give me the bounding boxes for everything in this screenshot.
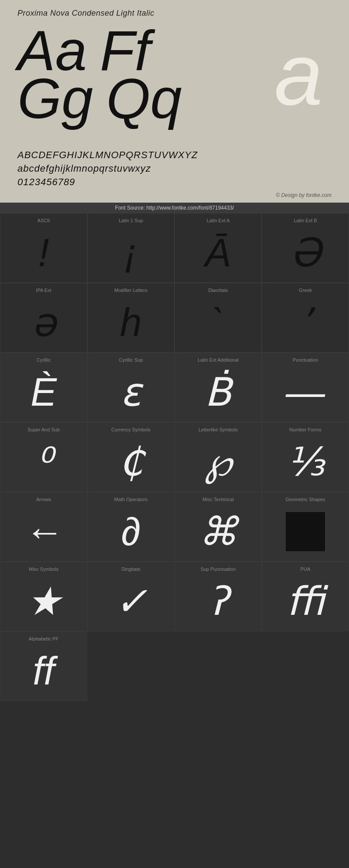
char-glyph: Ḃ [205,365,232,420]
char-glyph: Ā [205,225,231,280]
char-label: Number Forms [267,427,344,432]
char-label: Letterlike Symbols [179,427,257,432]
char-cell-ipa-ext: IPA Extə [0,283,87,353]
char-label: Latin Ext B [267,218,344,223]
char-label: Latin Ext Additional [179,357,257,363]
char-glyph: ﬃ [287,574,325,629]
char-glyph: ★ [26,574,62,629]
char-label: Dingbats [92,566,170,572]
char-glyph: Ə [290,225,321,280]
char-label: Cyrillic [5,357,82,363]
char-label: Alphabetic PF [5,636,82,641]
char-glyph: — [286,365,325,420]
char-glyph: ⌘ [198,504,238,559]
char-glyph: h [120,295,142,350]
char-label: ASCII [5,218,82,223]
char-label: Modifier Letters [92,288,170,293]
char-label: Latin Ext A [179,218,257,223]
char-glyph: ← [24,504,63,559]
char-label: Misc Symbols [5,566,82,572]
char-cell-arrows: Arrows← [0,492,87,562]
char-label: PUA [267,566,344,572]
char-cell-latin-ext-b: Latin Ext BƏ [262,213,349,283]
char-glyph [286,504,325,559]
char-glyph: ₵ [119,434,144,489]
black-square-icon [286,512,325,551]
char-glyph: ∂ [121,504,140,559]
char-glyph: ! [38,225,49,280]
char-cell-cyrillic-sup: Cyrillic Supɛ [87,353,174,422]
char-glyph: ə [32,295,56,350]
character-grid: ASCII!Latin 1 Sup¡Latin Ext AĀLatin Ext … [0,213,349,701]
char-glyph: ʔ [208,574,228,629]
char-cell-letterlike-symbols: Letterlike Symbols℘ [174,422,262,492]
char-cell-cyrillic: CyrillicÈ [0,353,87,422]
char-label: Cyrillic Sup [92,357,170,363]
char-glyph: ⁰ [36,434,51,489]
char-label: Misc Technical [179,497,257,502]
char-cell-ascii: ASCII! [0,213,87,283]
char-cell-geometric-shapes: Geometric Shapes [262,492,349,562]
char-glyph: È [31,365,57,420]
char-cell-pua: PUAﬃ [262,562,349,631]
char-label: Math Operators [92,497,170,502]
char-glyph: ɛ [120,365,142,420]
alphabet-lower: abcdefghijklmnopqrstuvwxyz [17,162,332,176]
char-cell-latin-1-sup: Latin 1 Sup¡ [87,213,174,283]
char-label: Arrows [5,497,82,502]
char-cell-sup-punctuation: Sup Punctuationʔ [174,562,262,631]
char-label: Super And Sub [5,427,82,432]
alphabet-upper: ABCDEFGHIJKLMNOPQRSTUVWXYZ [17,149,332,162]
font-title: Proxima Nova Condensed Light Italic [17,9,332,18]
char-cell-diacritals: Diacritals` [174,283,262,353]
char-cell-currency-symbols: Currency Symbols₵ [87,422,174,492]
letter-qq: Qq [106,70,181,127]
char-cell-number-forms: Number Forms⅓ [262,422,349,492]
char-cell-punctuation: Punctuation— [262,353,349,422]
char-cell-math-operators: Math Operators∂ [87,492,174,562]
char-glyph: ¡ [124,225,137,280]
char-label: Currency Symbols [92,427,170,432]
char-glyph: ✓ [115,574,147,629]
char-label: Greek [267,288,344,293]
source-bar: Font Source: http://www.fontke.com/font/… [0,203,349,213]
char-cell-latin-ext-additional: Latin Ext AdditionalḂ [174,353,262,422]
digits: 0123456789 [17,176,332,189]
preview-area: Proxima Nova Condensed Light Italic Aa F… [0,0,349,203]
char-label: Geometric Shapes [267,497,344,502]
char-glyph: ʼ [299,295,312,350]
letter-gg: Gg [17,70,93,127]
char-cell-latin-ext-a: Latin Ext AĀ [174,213,262,283]
char-label: Sup Punctuation [179,566,257,572]
char-cell-greek: Greekʼ [262,283,349,353]
char-cell-dingbats: Dingbats✓ [87,562,174,631]
char-label: IPA Ext [5,288,82,293]
char-label: Punctuation [267,357,344,363]
letter-a-white: a [274,31,323,118]
char-glyph: ff [33,644,55,698]
copyright: © Design by fontke.com [17,192,332,198]
char-label: Diacritals [179,288,257,293]
char-cell-super-and-sub: Super And Sub⁰ [0,422,87,492]
char-glyph: ℘ [205,434,232,489]
char-glyph: ` [212,295,225,350]
char-cell-misc-technical: Misc Technical⌘ [174,492,262,562]
char-label: Latin 1 Sup [92,218,170,223]
char-cell-misc-symbols: Misc Symbols★ [0,562,87,631]
alphabet-section: ABCDEFGHIJKLMNOPQRSTUVWXYZ abcdefghijklm… [17,149,332,189]
char-cell-alphabetic-pf: Alphabetic PFff [0,631,87,701]
char-glyph: ⅓ [287,434,325,489]
char-cell-modifier-letters: Modifier Lettersh [87,283,174,353]
